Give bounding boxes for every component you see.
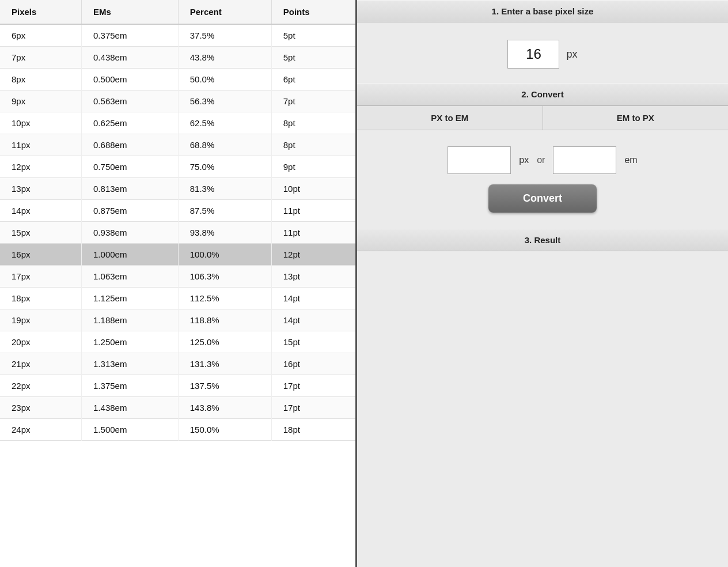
px-unit-label: px: [519, 155, 529, 165]
table-row: 19px1.188em118.8%14pt: [0, 309, 355, 331]
cell-px-2: 8px: [0, 69, 82, 90]
table-row: 20px1.250em125.0%15pt: [0, 331, 355, 353]
col-header-percent: Percent: [178, 0, 271, 24]
cell-pct-9: 93.8%: [178, 222, 271, 244]
table-row: 16px1.000em100.0%12pt: [0, 244, 355, 266]
table-header-row: Pixels EMs Percent Points: [0, 0, 355, 24]
conversion-table: Pixels EMs Percent Points 6px0.375em37.5…: [0, 0, 355, 441]
cell-pt-14: 15pt: [271, 331, 355, 353]
cell-pt-16: 17pt: [271, 375, 355, 397]
or-label: or: [537, 155, 545, 165]
result-section: [357, 251, 728, 567]
table-row: 13px0.813em81.3%10pt: [0, 178, 355, 200]
cell-px-0: 6px: [0, 24, 82, 47]
table-row: 10px0.625em62.5%8pt: [0, 112, 355, 134]
cell-pct-15: 131.3%: [178, 353, 271, 375]
cell-px-10: 16px: [0, 244, 82, 266]
cell-pt-12: 14pt: [271, 288, 355, 309]
cell-pct-2: 50.0%: [178, 69, 271, 90]
cell-px-8: 14px: [0, 200, 82, 222]
cell-px-12: 18px: [0, 288, 82, 309]
cell-em-11: 1.063em: [82, 266, 179, 288]
convert-button[interactable]: Convert: [488, 184, 597, 213]
base-px-label: px: [566, 48, 577, 61]
convert-tabs: PX to EM EM to PX: [357, 105, 728, 130]
base-pixel-section: px: [357, 22, 728, 83]
convert-section: PX to EM EM to PX px or em Convert: [357, 105, 728, 229]
cell-px-17: 23px: [0, 397, 82, 419]
cell-pct-5: 68.8%: [178, 134, 271, 156]
cell-em-14: 1.250em: [82, 331, 179, 353]
cell-pt-9: 11pt: [271, 222, 355, 244]
cell-px-9: 15px: [0, 222, 82, 244]
step2-header: 2. Convert: [357, 83, 728, 105]
step1-header: 1. Enter a base pixel size: [357, 0, 728, 22]
base-pixel-input[interactable]: [507, 40, 559, 69]
table-row: 23px1.438em143.8%17pt: [0, 397, 355, 419]
table-row: 17px1.063em106.3%13pt: [0, 266, 355, 288]
table-row: 24px1.500em150.0%18pt: [0, 419, 355, 441]
cell-px-14: 20px: [0, 331, 82, 353]
table-row: 7px0.438em43.8%5pt: [0, 47, 355, 69]
table-row: 8px0.500em50.0%6pt: [0, 69, 355, 90]
cell-pct-10: 100.0%: [178, 244, 271, 266]
step3-header: 3. Result: [357, 229, 728, 251]
left-panel: Pixels EMs Percent Points 6px0.375em37.5…: [0, 0, 357, 567]
convert-button-row: Convert: [357, 184, 728, 229]
cell-pt-3: 7pt: [271, 90, 355, 112]
tab-px-to-em[interactable]: PX to EM: [357, 106, 543, 130]
cell-pct-16: 137.5%: [178, 375, 271, 397]
cell-em-6: 0.750em: [82, 156, 179, 178]
cell-px-5: 11px: [0, 134, 82, 156]
cell-pct-17: 143.8%: [178, 397, 271, 419]
cell-px-1: 7px: [0, 47, 82, 69]
cell-px-16: 22px: [0, 375, 82, 397]
cell-pt-17: 17pt: [271, 397, 355, 419]
col-header-pixels: Pixels: [0, 0, 82, 24]
cell-px-7: 13px: [0, 178, 82, 200]
cell-pt-8: 11pt: [271, 200, 355, 222]
cell-em-0: 0.375em: [82, 24, 179, 47]
cell-px-3: 9px: [0, 90, 82, 112]
cell-px-6: 12px: [0, 156, 82, 178]
main-layout: Pixels EMs Percent Points 6px0.375em37.5…: [0, 0, 728, 567]
cell-em-16: 1.375em: [82, 375, 179, 397]
cell-pct-0: 37.5%: [178, 24, 271, 47]
cell-px-11: 17px: [0, 266, 82, 288]
cell-pt-15: 16pt: [271, 353, 355, 375]
cell-em-12: 1.125em: [82, 288, 179, 309]
col-header-points: Points: [271, 0, 355, 24]
cell-em-7: 0.813em: [82, 178, 179, 200]
cell-pct-11: 106.3%: [178, 266, 271, 288]
cell-pct-18: 150.0%: [178, 419, 271, 441]
table-container: Pixels EMs Percent Points 6px0.375em37.5…: [0, 0, 355, 441]
cell-em-3: 0.563em: [82, 90, 179, 112]
cell-px-18: 24px: [0, 419, 82, 441]
cell-em-10: 1.000em: [82, 244, 179, 266]
cell-pct-12: 112.5%: [178, 288, 271, 309]
cell-pt-2: 6pt: [271, 69, 355, 90]
cell-em-4: 0.625em: [82, 112, 179, 134]
right-panel: 1. Enter a base pixel size px 2. Convert…: [357, 0, 728, 567]
cell-pct-3: 56.3%: [178, 90, 271, 112]
table-row: 6px0.375em37.5%5pt: [0, 24, 355, 47]
cell-em-5: 0.688em: [82, 134, 179, 156]
cell-pt-4: 8pt: [271, 112, 355, 134]
table-row: 14px0.875em87.5%11pt: [0, 200, 355, 222]
table-row: 21px1.313em131.3%16pt: [0, 353, 355, 375]
cell-pt-11: 13pt: [271, 266, 355, 288]
cell-px-13: 19px: [0, 309, 82, 331]
tab-em-to-px[interactable]: EM to PX: [543, 106, 729, 130]
px-input[interactable]: [448, 146, 511, 174]
cell-em-13: 1.188em: [82, 309, 179, 331]
cell-pct-14: 125.0%: [178, 331, 271, 353]
cell-pt-6: 9pt: [271, 156, 355, 178]
cell-pt-13: 14pt: [271, 309, 355, 331]
em-input[interactable]: [553, 146, 616, 174]
table-row: 9px0.563em56.3%7pt: [0, 90, 355, 112]
em-unit-label: em: [624, 155, 637, 165]
table-row: 11px0.688em68.8%8pt: [0, 134, 355, 156]
cell-px-4: 10px: [0, 112, 82, 134]
cell-px-15: 21px: [0, 353, 82, 375]
table-row: 15px0.938em93.8%11pt: [0, 222, 355, 244]
